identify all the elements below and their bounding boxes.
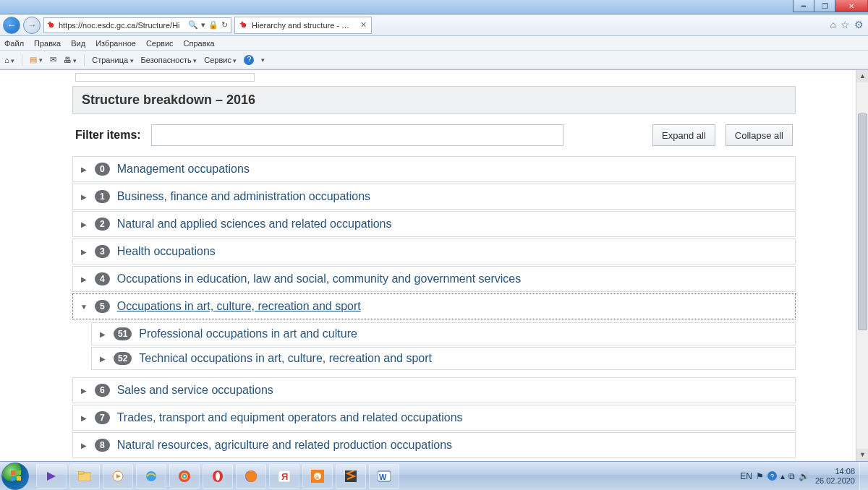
occupation-link[interactable]: Technical occupations in art, culture, r… (139, 352, 432, 365)
tab-close-icon[interactable]: ✕ (360, 20, 367, 30)
tray-volume-icon[interactable]: 🔊 (799, 471, 809, 481)
cmd-home-icon[interactable]: ⌂ (4, 56, 14, 64)
site-favicon-icon (47, 21, 56, 30)
toggle-arrow-icon[interactable]: ▶ (99, 330, 106, 338)
scroll-down-icon[interactable]: ▼ (856, 449, 868, 461)
menu-file[interactable]: Файл (4, 39, 24, 48)
tree-item-52[interactable]: ▶52Technical occupations in art, culture… (91, 347, 796, 370)
expand-all-button[interactable]: Expand all (652, 124, 715, 146)
taskbar: Я a W EN ⚑ ? ▴ ⧉ 🔊 14:08 26.02.2020 (0, 461, 868, 490)
start-button[interactable] (1, 463, 29, 490)
toggle-arrow-icon[interactable]: ▶ (80, 193, 88, 201)
scroll-up-icon[interactable]: ▲ (856, 70, 868, 82)
occupation-link[interactable]: Trades, transport and equipment operator… (117, 411, 463, 424)
cmd-print-icon[interactable]: 🖶 (64, 56, 77, 64)
tray-icon-flag[interactable]: ⚑ (756, 471, 764, 481)
occupation-link[interactable]: Management occupations (117, 163, 250, 176)
occupation-code: 4 (95, 272, 110, 285)
window-maximize-button[interactable]: ❐ (814, 0, 835, 12)
occupation-code: 3 (95, 245, 110, 258)
menu-service[interactable]: Сервис (146, 39, 174, 48)
toggle-arrow-icon[interactable]: ▶ (99, 355, 106, 363)
occupation-link[interactable]: Natural and applied sciences and related… (117, 218, 392, 231)
taskbar-app-opera[interactable] (203, 464, 233, 489)
cmd-service-menu[interactable]: Сервис (204, 56, 237, 64)
occupation-link[interactable]: Occupations in education, law and social… (117, 272, 522, 285)
taskbar-app-explorer[interactable] (69, 464, 100, 489)
occupation-link[interactable]: Natural resources, agriculture and relat… (117, 439, 452, 452)
toggle-arrow-icon[interactable]: ▶ (80, 275, 88, 283)
refresh-icon[interactable]: ↻ (221, 20, 228, 30)
tree-item-51[interactable]: ▶51Professional occupations in art and c… (91, 322, 796, 345)
toggle-arrow-icon[interactable]: ▶ (80, 442, 88, 450)
window-minimize-button[interactable]: ━ (793, 0, 814, 12)
tray-expand-icon[interactable]: ▴ (780, 471, 785, 481)
occupation-code: 51 (114, 327, 132, 340)
tree-item-0[interactable]: ▶0Management occupations (72, 156, 796, 182)
forward-button[interactable]: → (23, 17, 41, 34)
filter-input[interactable] (151, 124, 563, 146)
toggle-arrow-icon[interactable]: ▶ (80, 220, 88, 228)
vertical-scrollbar[interactable]: ▲ ▼ (856, 70, 868, 461)
cmd-rss-icon[interactable]: ▤ (30, 55, 43, 64)
browser-command-bar: ⌂ ▤ ✉ 🖶 Страница Безопасность Сервис ?▾ (0, 51, 868, 69)
taskbar-app-mediaplayer[interactable] (36, 464, 67, 489)
page-viewport: ▲ ▼ Structure breakdown – 2016 Filter it… (0, 69, 868, 461)
tray-lang[interactable]: EN (740, 471, 752, 481)
lock-icon: 🔒 (208, 20, 218, 30)
toggle-arrow-icon[interactable]: ▶ (80, 166, 88, 173)
taskbar-app-wmp[interactable] (103, 464, 133, 489)
tree-item-7[interactable]: ▶7Trades, transport and equipment operat… (72, 405, 796, 431)
home-icon[interactable]: ⌂ (830, 19, 836, 30)
tree-item-3[interactable]: ▶3Health occupations (72, 238, 796, 265)
tree-item-4[interactable]: ▶4Occupations in education, law and soci… (72, 266, 796, 292)
menu-favorites[interactable]: Избранное (95, 39, 136, 48)
search-icon[interactable]: 🔍 (188, 20, 198, 30)
taskbar-app-yandex[interactable]: Я (269, 464, 299, 489)
taskbar-app-word[interactable]: W (369, 464, 399, 489)
tree-item-6[interactable]: ▶6Sales and service occupations (72, 377, 796, 403)
toggle-arrow-icon[interactable]: ▶ (80, 414, 88, 422)
menu-help[interactable]: Справка (184, 39, 215, 48)
cmd-help-icon[interactable]: ? (244, 55, 254, 65)
cmd-mail-icon[interactable]: ✉ (50, 55, 56, 64)
taskbar-app-ie[interactable] (136, 464, 166, 489)
occupation-tree: ▶0Management occupations▶1Business, fina… (72, 156, 796, 458)
taskbar-app-avast[interactable]: a (302, 464, 333, 489)
tree-item-1[interactable]: ▶1Business, finance and administration o… (72, 184, 796, 210)
favorites-icon[interactable]: ☆ (841, 19, 850, 30)
section-title: Structure breakdown – 2016 (72, 86, 796, 114)
menu-view[interactable]: Вид (71, 39, 85, 48)
taskbar-app-firefox[interactable] (236, 464, 266, 489)
tools-icon[interactable]: ⚙ (854, 19, 864, 30)
occupation-link[interactable]: Sales and service occupations (117, 384, 273, 397)
occupation-link[interactable]: Business, finance and administration occ… (117, 190, 370, 203)
menu-edit[interactable]: Правка (34, 39, 61, 48)
tray-clock[interactable]: 14:08 26.02.2020 (815, 467, 855, 486)
window-close-button[interactable]: ✕ (835, 0, 868, 12)
tray-network-icon[interactable]: ⧉ (788, 471, 795, 481)
scroll-thumb[interactable] (858, 113, 867, 330)
occupation-link[interactable]: Occupations in art, culture, recreation … (117, 300, 361, 313)
svg-text:Я: Я (281, 471, 288, 482)
browser-tab[interactable]: Hierarchy and structure - C... ✕ (234, 17, 372, 34)
tree-item-5[interactable]: ▼5Occupations in art, culture, recreatio… (72, 293, 796, 319)
toggle-arrow-icon[interactable]: ▶ (80, 248, 88, 256)
taskbar-app-sublime[interactable] (336, 464, 366, 489)
occupation-link[interactable]: Health occupations (117, 245, 216, 258)
toggle-arrow-icon[interactable]: ▼ (80, 303, 88, 311)
tree-item-2[interactable]: ▶2Natural and applied sciences and relat… (72, 211, 796, 237)
collapse-all-button[interactable]: Collapse all (726, 124, 793, 146)
tray-icon-help[interactable]: ? (767, 471, 777, 481)
svg-marker-0 (47, 472, 56, 481)
back-button[interactable]: ← (3, 17, 20, 34)
svg-point-9 (184, 475, 186, 477)
taskbar-app-chrome[interactable] (169, 464, 200, 489)
tree-item-8[interactable]: ▶8Natural resources, agriculture and rel… (72, 432, 796, 458)
show-desktop-button[interactable] (859, 462, 868, 491)
cmd-safety-menu[interactable]: Безопасность (141, 56, 197, 64)
occupation-link[interactable]: Professional occupations in art and cult… (139, 327, 357, 340)
cmd-page-menu[interactable]: Страница (92, 56, 133, 64)
toggle-arrow-icon[interactable]: ▶ (80, 387, 88, 395)
address-bar[interactable]: https://noc.esdc.gc.ca/Structure/Hi 🔍▾ 🔒… (43, 17, 231, 33)
